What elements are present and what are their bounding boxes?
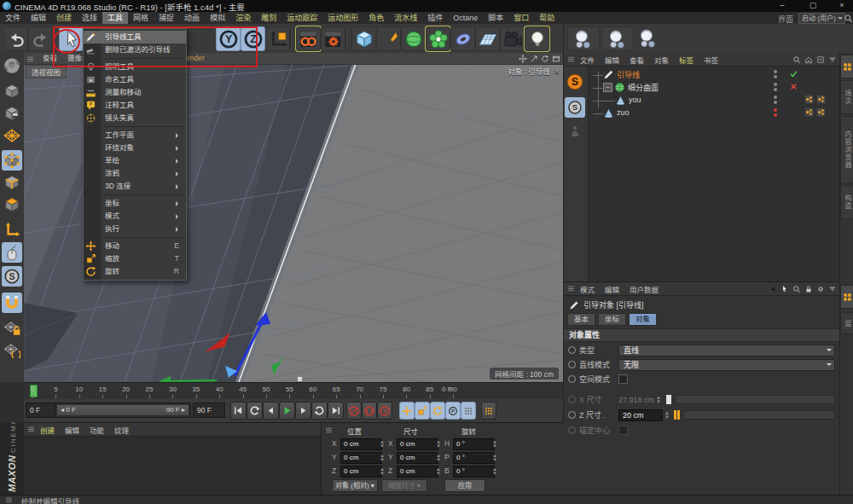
tools-menu-删除已激活的引导线[interactable]: 删除已激活的引导线	[84, 43, 186, 56]
model-mode-button[interactable]	[2, 81, 22, 101]
dock-tab-构造[interactable]: 构造	[840, 185, 853, 219]
lock-icon[interactable]	[804, 285, 813, 293]
keyframe-ring-icon[interactable]	[568, 346, 576, 354]
keyframe-help-button[interactable]: ?	[377, 402, 392, 420]
add-cube-button[interactable]	[351, 26, 376, 51]
tag-icon[interactable]	[816, 107, 826, 117]
polygons-mode-button[interactable]	[2, 194, 22, 215]
s-orange-badge[interactable]: S	[566, 73, 583, 90]
menu-工具[interactable]: 工具	[102, 12, 128, 24]
menu-运动图形[interactable]: 运动图形	[322, 12, 363, 24]
redo-button[interactable]	[28, 26, 53, 51]
view-label[interactable]: 透视视图	[26, 65, 67, 78]
keyframe-ring-icon[interactable]	[568, 361, 576, 368]
guide-anchor[interactable]	[298, 377, 302, 381]
tools-menu-旋转[interactable]: 旋转R	[84, 265, 186, 278]
tools-menu-命名工具[interactable]: a命名工具	[84, 73, 186, 86]
menu-文件[interactable]: 文件	[0, 12, 26, 24]
checkbox-空间模式[interactable]	[618, 374, 628, 384]
tools-menu-镜头失真[interactable]: 镜头失真	[84, 112, 186, 125]
tools-menu-注释工具[interactable]: P注释工具	[84, 99, 186, 112]
menu-脚本[interactable]: 脚本	[483, 12, 508, 24]
display-mode-c-button[interactable]	[639, 29, 658, 48]
mat-menu-功能[interactable]: 功能	[84, 425, 109, 435]
menu-雕刻[interactable]: 雕刻	[256, 12, 281, 24]
magnifier-icon[interactable]	[792, 55, 801, 64]
coord-size-select[interactable]: 缩放尺寸 ▾	[381, 479, 427, 492]
menu-动画[interactable]: 动画	[179, 12, 205, 24]
mat-menu-纹理[interactable]: 纹理	[109, 425, 134, 435]
tools-menu-坐标[interactable]: 坐标	[84, 197, 186, 210]
mat-menu-创建[interactable]: 创建	[35, 425, 60, 435]
menu-渲染[interactable]: 渲染	[230, 12, 256, 24]
menu-Octane[interactable]: Octane	[448, 12, 483, 24]
tools-menu-3D 连接[interactable]: 3D 连接	[84, 180, 186, 193]
object-row-zuo[interactable]: zuo	[588, 107, 840, 119]
menu-窗口[interactable]: 窗口	[508, 12, 534, 24]
visibility-dots[interactable]	[774, 69, 777, 79]
tools-menu-引导线工具[interactable]: 引导线工具	[84, 31, 186, 43]
layout-select[interactable]: 启动 (用户)	[798, 13, 845, 24]
coord-pos-Z-input[interactable]: 0 cm	[340, 466, 382, 478]
attr-tab-坐标[interactable]: 坐标	[598, 313, 626, 326]
object-row-细分曲面[interactable]: –细分曲面	[588, 81, 840, 93]
home-icon[interactable]	[804, 55, 813, 64]
timeline-ruler[interactable]: 0 F 051015202530354045505560657075808590	[24, 382, 563, 401]
key-position-button[interactable]	[399, 402, 415, 420]
coord-size-X-input[interactable]: 0 cm	[397, 438, 438, 450]
figure-badge[interactable]	[568, 125, 582, 138]
coord-rot-P-input[interactable]: 0 °	[453, 452, 495, 464]
visibility-dots[interactable]	[774, 95, 777, 105]
select-直线模式[interactable]: 无限	[618, 359, 835, 371]
menu-模拟[interactable]: 模拟	[205, 12, 230, 24]
tools-menu-模式[interactable]: 模式	[84, 210, 186, 223]
display-mode-b-button[interactable]	[601, 26, 634, 51]
play-loop-button[interactable]	[247, 402, 263, 420]
om-menu-编辑[interactable]: 编辑	[600, 55, 624, 65]
panel-menu-icon[interactable]	[27, 426, 35, 433]
lock-z-axis-button[interactable]: Z	[241, 26, 265, 51]
close-button[interactable]: ×	[833, 0, 851, 11]
attr-tab-对象[interactable]: 对象	[629, 313, 657, 326]
menu-角色[interactable]: 角色	[363, 12, 389, 24]
coord-pos-Y-input[interactable]: 0 cm	[340, 452, 382, 464]
go-to-start-button[interactable]	[230, 402, 247, 420]
camera-button[interactable]	[500, 26, 525, 51]
filter-icon[interactable]	[828, 55, 837, 64]
enable-snap-button[interactable]	[2, 293, 22, 313]
minus-box-icon[interactable]	[816, 55, 825, 64]
render-view-button[interactable]	[296, 26, 321, 51]
texture-mode-button[interactable]	[2, 103, 22, 124]
minimize-button[interactable]: –	[773, 0, 792, 11]
next-frame-button[interactable]	[295, 402, 311, 420]
coord-rot-H-input[interactable]: 0 °	[453, 438, 495, 450]
om-menu-对象[interactable]: 对象	[649, 55, 674, 65]
back-arrow-icon[interactable]	[769, 285, 777, 293]
menu-创建[interactable]: 创建	[51, 12, 77, 24]
apply-button[interactable]: 应用	[444, 479, 485, 492]
am-menu-编辑[interactable]: 编辑	[600, 284, 624, 294]
tools-menu-执行[interactable]: 执行	[84, 223, 186, 235]
previous-frame-button[interactable]	[263, 402, 279, 420]
key-parameter-button[interactable]: P	[445, 402, 461, 420]
object-row-you[interactable]: you	[588, 94, 840, 106]
enable-axis-button[interactable]	[2, 220, 22, 240]
visibility-dots[interactable]	[774, 107, 777, 118]
menu-帮助[interactable]: 帮助	[534, 12, 560, 24]
key-scale-button[interactable]	[415, 402, 430, 420]
dock-tab-attributes[interactable]	[840, 285, 853, 309]
coord-mode-select[interactable]: 对象 (相对) ▾	[332, 479, 378, 492]
mograph-button[interactable]	[426, 26, 450, 51]
close-icon[interactable]: ✕	[554, 67, 560, 76]
am-menu-用户数据[interactable]: 用户数据	[624, 284, 664, 294]
tools-menu-缩放[interactable]: 缩放T	[84, 252, 186, 265]
filter-icon[interactable]	[828, 285, 837, 293]
dock-tab-objects[interactable]	[840, 55, 853, 78]
tag-icon[interactable]	[816, 95, 826, 104]
frame-range-slider[interactable]: ◂ 0 F90 F ▸	[55, 403, 191, 418]
panel-menu-icon[interactable]	[567, 55, 575, 63]
cursor-white-icon[interactable]	[780, 285, 789, 293]
end-frame-input[interactable]: 90 F	[193, 403, 225, 418]
attr-tab-基本[interactable]: 基本	[567, 313, 595, 326]
undo-button[interactable]	[3, 26, 28, 51]
